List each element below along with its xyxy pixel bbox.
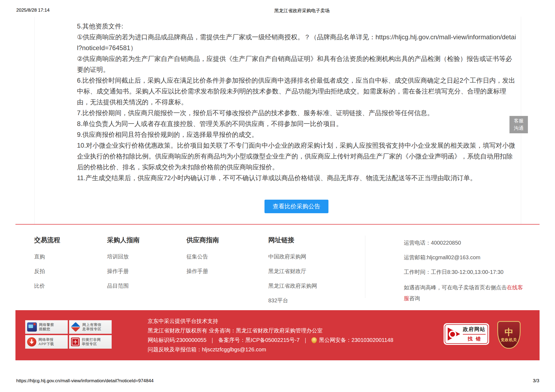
chat-button-label-line2: 沟通 [509, 125, 528, 132]
footer-link[interactable]: 比价 [34, 282, 107, 290]
notice-article: 5.其他资质文件: ①供应商响应的若为进口商品或品牌商品，需提供生产厂家或一级经… [77, 21, 516, 183]
public-security-number: 黑公网安备：23010302001148 [319, 335, 393, 345]
footer-link[interactable]: 中国政府采购网 [268, 253, 365, 260]
notice-content-panel: 5.其他资质文件: ①供应商响应的若为进口商品或品牌商品，需提供生产厂家或一级经… [34, 17, 521, 224]
report-app-download-badge[interactable]: 网络举报APP下载 [25, 335, 68, 349]
party-badge-symbol-icon: 中 [505, 327, 513, 337]
footer-link[interactable]: 反拍 [34, 268, 107, 275]
party-government-badge[interactable]: 中 党政机关 [497, 321, 521, 349]
gov-site-error-report-badge[interactable]: 政府网站 找错 [444, 323, 489, 345]
separator: ｜ [210, 335, 215, 345]
harmful-info-report-badge[interactable]: 网上有害信息举报专区 [69, 320, 112, 334]
public-security-emblem-icon [311, 337, 317, 343]
notice-text: 咨询 [409, 295, 420, 301]
footer-column-website-links: 网址链接 中国政府采购网 黑龙江省财政厅 黑龙江省政府采购网 832平台 [268, 236, 365, 312]
footer-link[interactable]: 黑龙江省政府采购网 [268, 282, 365, 290]
notice-paragraph: 10.对小微企业实行价格优惠政策。比价项目如关联了不专门面向中小企业的政府采购计… [77, 140, 516, 173]
page-indicator: 3/3 [533, 378, 539, 384]
notice-paragraph: ①供应商响应的若为进口商品或品牌商品，需提供生产厂家或一级经销商授权。？（品牌商… [77, 32, 516, 53]
badge-label: 举报专区 [82, 342, 101, 346]
network-police-badge[interactable]: 网络警察提醒您 [25, 320, 68, 334]
footer-column-title: 网址链接 [268, 236, 365, 244]
icp-number: 备案序号：黑ICP备05002215号-7 [218, 335, 299, 345]
find-error-label: 找错 [463, 336, 486, 342]
badge-label: 网上有害信 [82, 323, 101, 327]
notice-paragraph: 8.单位负责人为同一人或者存在直接控股、管理关系的不同供应商，不得参加同一比价项… [77, 118, 516, 129]
view-price-comparison-notice-button[interactable]: 查看比价采购公告 [264, 200, 328, 213]
footer-link[interactable]: 培训回放 [107, 253, 186, 260]
footer-link[interactable]: 品目范围 [107, 282, 186, 290]
badge-label: 提醒您 [39, 327, 54, 331]
footer-column-title: 交易流程 [34, 236, 107, 244]
tech-support-line: 京东中采云提供平台技术支持 [148, 316, 393, 326]
customer-service-chat-button[interactable]: 客服 沟通 [509, 116, 528, 133]
site-code: 网站标识码:2300000055 [148, 335, 206, 345]
notice-paragraph: 7.比价报价期间，供应商只能报价一次，报价后不可修改报价产品的技术参数、服务标准… [77, 108, 516, 118]
magnifier-flag-icon [447, 327, 461, 341]
page-title: 黑龙江省政府采购电子卖场 [274, 8, 330, 14]
footer-column-trade-process: 交易流程 直购 反拍 比价 [34, 236, 107, 312]
footer-column-title: 采购人指南 [107, 236, 186, 244]
footer-column-title: 供应商指南 [186, 236, 268, 244]
report-app-download-icon [27, 337, 36, 346]
footer-link[interactable]: 直购 [34, 253, 107, 260]
operation-phone: 运营电话：4000220850 [404, 240, 523, 246]
report-badges-grid: 网络警察提醒您 网上有害信息举报专区 网络举报APP下载 扫黄打非网举报专区 [25, 320, 112, 349]
network-police-icon [27, 322, 37, 332]
footer-divider-line [15, 224, 540, 225]
badge-label: 网络警察 [39, 323, 54, 327]
notice-paragraph: 11.产生成交结果后，供应商应72小时内确认订单，不可不确认订单或以商品价格错误… [77, 173, 516, 183]
chat-button-label-line1: 客服 [509, 117, 528, 125]
service-peak-notice: 如遇咨询高峰，可在电子卖场首页右侧点击在线客服咨询 [404, 282, 523, 304]
notice-paragraph: 6.比价报价时间截止后，采购人应在满足比价条件并参加报价的供应商中选择排名价最低… [77, 75, 516, 108]
red-footer-band: 网络警察提醒您 网上有害信息举报专区 网络举报APP下载 扫黄打非网举报专区 京… [15, 310, 540, 360]
footer-link[interactable]: 操作手册 [186, 268, 268, 275]
copyright-line: 黑龙江省财政厅版权所有 业务咨询：黑龙江省财政厅政府采购管理办公室 [148, 326, 393, 335]
report-mailbox-line: 问题反映及举报信箱：hljscztzfcgglbgs@126.com [148, 345, 393, 354]
operation-email: 运营邮箱:hljcgmall02@163.com [404, 255, 523, 260]
footer-link[interactable]: 832平台 [268, 297, 365, 304]
anti-porn-report-icon [71, 338, 80, 346]
footer-link[interactable]: 征集公告 [186, 253, 268, 260]
site-footer: 交易流程 直购 反拍 比价 采购人指南 培训回放 操作手册 品目范围 供应商指南… [15, 225, 540, 310]
footer-column-purchaser-guide: 采购人指南 培训回放 操作手册 品目范围 [107, 236, 186, 312]
badge-label: APP下载 [38, 342, 54, 346]
working-hours: 工作时间：工作日8:30-12:00,13:00-17:30 [404, 269, 523, 275]
anti-porn-report-badge[interactable]: 扫黄打非网举报专区 [69, 335, 112, 349]
gov-site-error-label: 政府网站 [463, 326, 486, 335]
footer-column-supplier-guide: 供应商指南 征集公告 操作手册 [186, 236, 268, 312]
notice-paragraph: 5.其他资质文件: [77, 21, 516, 32]
contact-info-block: 运营电话：4000220850 运营邮箱:hljcgmall02@163.com… [365, 236, 523, 312]
badge-label: 息举报专区 [82, 327, 101, 331]
badge-label: 网络举报 [38, 338, 54, 342]
party-badge-label: 党政机关 [501, 338, 517, 342]
print-datetime: 2025/8/28 17:14 [16, 8, 50, 13]
footer-legal-text: 京东中采云提供平台技术支持 黑龙江省财政厅版权所有 业务咨询：黑龙江省财政厅政府… [148, 316, 393, 354]
harmful-info-report-icon [71, 322, 81, 332]
notice-text: 如遇咨询高峰，可在电子卖场首页右侧点击 [404, 284, 507, 290]
footer-link[interactable]: 黑龙江省财政厅 [268, 268, 365, 275]
separator: ｜ [303, 335, 308, 345]
badge-label: 扫黄打非网 [82, 338, 101, 342]
registration-line: 网站标识码:2300000055 ｜ 备案序号：黑ICP备05002215号-7… [148, 335, 393, 345]
notice-paragraph: 9.供应商报价相同且符合报价规则的，应选择最早报价的成交。 [77, 129, 516, 140]
notice-paragraph: ②供应商响应的若为生产厂家自产自销商品，应提供《生产厂家自产自销商品证明》和具有… [77, 53, 516, 75]
footer-link[interactable]: 操作手册 [107, 268, 186, 275]
print-footer-url: https://hljcg.hlj.gov.cn/mall-view/infor… [16, 378, 154, 384]
